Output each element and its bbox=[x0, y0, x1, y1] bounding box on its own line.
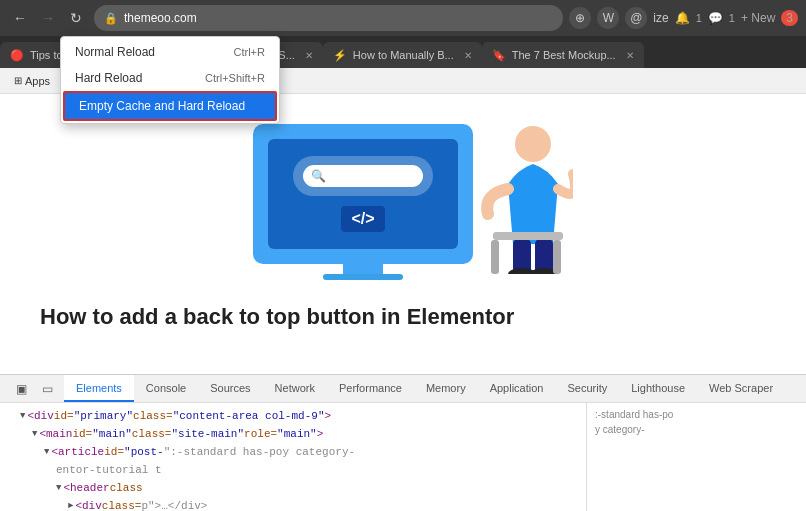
bookmark-favicon-apps: ⊞ bbox=[14, 75, 22, 86]
svg-rect-7 bbox=[553, 240, 561, 274]
devtools-tabs: ▣ ▭ Elements Console Sources Network Per… bbox=[0, 375, 806, 403]
page-title: How to add a back to top button in Eleme… bbox=[40, 304, 514, 330]
tab-mockup[interactable]: 🔖 The 7 Best Mockup... ✕ bbox=[482, 42, 644, 68]
lock-icon: 🔒 bbox=[104, 12, 118, 25]
tab-close-samsung[interactable]: ✕ bbox=[305, 50, 313, 61]
person-svg bbox=[463, 114, 573, 274]
cloud-search: 🔍 bbox=[293, 156, 433, 196]
extension-icon-2[interactable]: W bbox=[597, 7, 619, 29]
page-hero: 🔍 </> bbox=[40, 114, 766, 284]
devtools-elements-panel: ▼ <div id="primary" class="content-area … bbox=[0, 403, 586, 511]
devtools-panel: ▣ ▭ Elements Console Sources Network Per… bbox=[0, 374, 806, 511]
dom-line-6[interactable]: ► <div class= p">…</div> bbox=[0, 497, 586, 511]
page-content: 🔍 </> bbox=[0, 94, 806, 374]
expand-triangle-6[interactable]: ► bbox=[68, 498, 73, 511]
expand-triangle-2[interactable]: ▼ bbox=[32, 426, 37, 442]
notification-1: 1 bbox=[696, 12, 702, 24]
style-line-2: y category- bbox=[595, 422, 798, 437]
menu-normal-reload[interactable]: Normal Reload Ctrl+R bbox=[61, 39, 279, 65]
devtools-styles-panel: :-standard has-po y category- bbox=[586, 403, 806, 511]
hard-reload-shortcut: Ctrl+Shift+R bbox=[205, 72, 265, 84]
browser-window: ← → ↻ 🔒 themeoo.com ⊕ W @ ize 🔔 1 💬 1 + … bbox=[0, 0, 806, 511]
browser-toolbar: ← → ↻ 🔒 themeoo.com ⊕ W @ ize 🔔 1 💬 1 + … bbox=[0, 0, 806, 36]
tab-favicon-manually: ⚡ bbox=[333, 48, 347, 62]
tab-elements[interactable]: Elements bbox=[64, 375, 134, 402]
bookmark-apps[interactable]: ⊞ Apps bbox=[8, 73, 56, 89]
hard-reload-label: Hard Reload bbox=[75, 71, 142, 85]
tab-web-scraper[interactable]: Web Scraper bbox=[697, 375, 785, 402]
customize-label: ize bbox=[653, 11, 668, 25]
normal-reload-label: Normal Reload bbox=[75, 45, 155, 59]
tab-application[interactable]: Application bbox=[478, 375, 556, 402]
style-line-1: :-standard has-po bbox=[595, 407, 798, 422]
monitor-shape: 🔍 </> bbox=[253, 124, 473, 264]
tab-security[interactable]: Security bbox=[555, 375, 619, 402]
tab-favicon-mockup: 🔖 bbox=[492, 48, 506, 62]
bell-icon[interactable]: 🔔 bbox=[675, 11, 690, 25]
tab-memory[interactable]: Memory bbox=[414, 375, 478, 402]
forward-button[interactable]: → bbox=[36, 6, 60, 30]
normal-reload-shortcut: Ctrl+R bbox=[234, 46, 265, 58]
tab-lighthouse[interactable]: Lighthouse bbox=[619, 375, 697, 402]
back-button[interactable]: ← bbox=[8, 6, 32, 30]
toolbar-right: ⊕ W @ ize 🔔 1 💬 1 + New 3 bbox=[569, 7, 798, 29]
notification-badge: 3 bbox=[781, 10, 798, 26]
dom-line-4[interactable]: entor-tutorial t bbox=[0, 461, 586, 479]
expand-triangle-5[interactable]: ▼ bbox=[56, 480, 61, 496]
dom-line-5[interactable]: ▼ <header class bbox=[0, 479, 586, 497]
svg-rect-6 bbox=[491, 240, 499, 274]
address-bar[interactable]: 🔒 themeoo.com bbox=[94, 5, 563, 31]
tab-sources[interactable]: Sources bbox=[198, 375, 262, 402]
tab-close-manually[interactable]: ✕ bbox=[464, 50, 472, 61]
inspect-icon[interactable]: ▣ bbox=[10, 378, 32, 400]
hero-illustration: 🔍 </> bbox=[233, 114, 573, 284]
tab-manually[interactable]: ⚡ How to Manually B... ✕ bbox=[323, 42, 482, 68]
new-tab-btn[interactable]: + New bbox=[741, 11, 775, 25]
reload-button[interactable]: ↻ bbox=[64, 6, 88, 30]
extension-icon-1[interactable]: ⊕ bbox=[569, 7, 591, 29]
tab-label-manually: How to Manually B... bbox=[353, 49, 454, 61]
tab-console[interactable]: Console bbox=[134, 375, 198, 402]
menu-empty-cache-reload[interactable]: Empty Cache and Hard Reload bbox=[63, 91, 277, 121]
comment-count: 1 bbox=[729, 12, 735, 24]
monitor-base bbox=[323, 274, 403, 280]
monitor-screen: 🔍 </> bbox=[268, 139, 458, 249]
expand-triangle-1[interactable]: ▼ bbox=[20, 408, 25, 424]
tab-label-mockup: The 7 Best Mockup... bbox=[512, 49, 616, 61]
tab-favicon-tips: 🔴 bbox=[10, 48, 24, 62]
menu-hard-reload[interactable]: Hard Reload Ctrl+Shift+R bbox=[61, 65, 279, 91]
svg-rect-5 bbox=[493, 232, 563, 240]
svg-point-0 bbox=[515, 126, 551, 162]
dom-line-1[interactable]: ▼ <div id="primary" class="content-area … bbox=[0, 407, 586, 425]
devtools-content-area: ▼ <div id="primary" class="content-area … bbox=[0, 403, 806, 511]
bookmark-label-apps: Apps bbox=[25, 75, 50, 87]
device-icon[interactable]: ▭ bbox=[36, 378, 58, 400]
reload-context-menu: Normal Reload Ctrl+R Hard Reload Ctrl+Sh… bbox=[60, 36, 280, 124]
code-tag-illus: </> bbox=[341, 206, 384, 232]
comment-icon[interactable]: 💬 bbox=[708, 11, 723, 25]
tab-network[interactable]: Network bbox=[263, 375, 327, 402]
dom-line-3[interactable]: ▼ <article id="post- " :-standard has-po… bbox=[0, 443, 586, 461]
empty-cache-label: Empty Cache and Hard Reload bbox=[79, 99, 245, 113]
expand-triangle-3[interactable]: ▼ bbox=[44, 444, 49, 460]
tab-close-mockup[interactable]: ✕ bbox=[626, 50, 634, 61]
dom-line-2[interactable]: ▼ <main id="main" class="site-main" role… bbox=[0, 425, 586, 443]
url-text: themeoo.com bbox=[124, 11, 197, 25]
devtools-icons: ▣ ▭ bbox=[4, 375, 64, 402]
tab-performance[interactable]: Performance bbox=[327, 375, 414, 402]
dom-tree: ▼ <div id="primary" class="content-area … bbox=[0, 403, 586, 511]
search-bar-illus: 🔍 bbox=[303, 165, 423, 187]
extension-icon-3[interactable]: @ bbox=[625, 7, 647, 29]
